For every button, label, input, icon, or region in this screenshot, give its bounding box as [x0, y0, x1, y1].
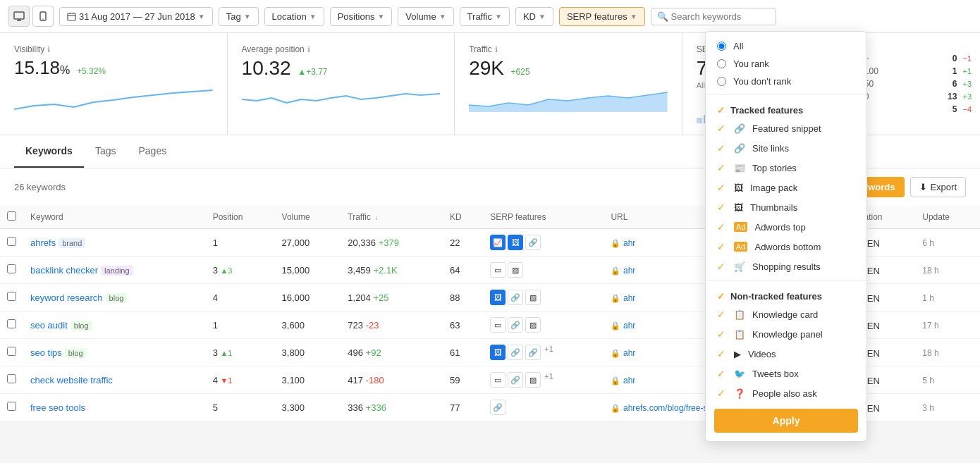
select-all-checkbox[interactable]: [7, 211, 16, 221]
url-text[interactable]: ahr: [623, 238, 635, 248]
check-icon: ✓: [717, 388, 727, 399]
desktop-icon[interactable]: [8, 6, 30, 27]
traffic-filter-button[interactable]: Traffic ▼: [460, 7, 510, 26]
url-text[interactable]: ahr: [623, 293, 635, 303]
traffic-chart: [469, 85, 668, 113]
location-filter-button[interactable]: Location ▼: [264, 7, 324, 26]
item-label: Adwords top: [754, 222, 805, 233]
keyword-name[interactable]: free seo tools: [30, 402, 85, 413]
traffic-value: 29K +625: [469, 57, 668, 80]
dropdown-item-tweets-box[interactable]: ✓ 🐦 Tweets box: [706, 364, 866, 383]
dropdown-item-adwords-bottom[interactable]: ✓ Ad Adwords bottom: [706, 237, 866, 257]
keyword-name[interactable]: ahrefs: [30, 237, 56, 248]
serp-features-filter-button[interactable]: SERP features ▼: [559, 7, 645, 26]
radio-all-input[interactable]: [717, 42, 726, 51]
row-checkbox[interactable]: [7, 237, 16, 246]
serp-icons: ▭ 🔗 ▨: [490, 317, 596, 333]
keyword-name[interactable]: check website traffic: [30, 375, 113, 385]
info-icon: ℹ: [47, 45, 50, 54]
serp-icon[interactable]: 🔗: [508, 290, 523, 305]
row-checkbox[interactable]: [7, 292, 16, 301]
kd-filter-button[interactable]: KD ▼: [515, 7, 553, 26]
row-checkbox[interactable]: [7, 347, 16, 356]
row-checkbox[interactable]: [7, 374, 16, 383]
row-checkbox[interactable]: [7, 319, 16, 328]
keyword-name[interactable]: backlink checker: [30, 265, 98, 276]
serp-icon[interactable]: 🔗: [508, 372, 523, 388]
dropdown-item-shopping[interactable]: ✓ 🛒 Shopping results: [706, 257, 866, 276]
kw-name-cell: seo tipsblog: [23, 339, 206, 366]
export-button[interactable]: ⬇ Export: [910, 177, 966, 197]
tab-tags[interactable]: Tags: [84, 135, 128, 168]
serp-cell: ▭ ▨: [483, 257, 604, 284]
keyword-name[interactable]: keyword research: [30, 292, 103, 303]
row-checkbox[interactable]: [7, 264, 16, 273]
search-input[interactable]: [671, 11, 770, 22]
serp-icon[interactable]: ▭: [490, 262, 506, 278]
traffic-label: Traffic ℹ: [469, 44, 668, 54]
dropdown-item-top-stories[interactable]: ✓ 📰 Top stories: [706, 158, 866, 178]
dropdown-item-videos[interactable]: ✓ ▶ Videos: [706, 344, 866, 364]
radio-you-dont-rank[interactable]: You don't rank: [706, 73, 866, 90]
dropdown-item-people-also-ask[interactable]: ✓ ❓ People also ask: [706, 383, 866, 403]
serp-icon[interactable]: ▨: [525, 372, 541, 388]
serp-icons: ▭ 🔗 ▨ +1: [490, 372, 596, 388]
tag-label: Tag: [226, 11, 241, 22]
radio-you-dont-rank-input[interactable]: [717, 77, 726, 86]
serp-icon[interactable]: 🖼: [490, 290, 506, 305]
serp-cell: ▭ 🔗 ▨: [483, 311, 604, 339]
th-serp-features: SERP features: [483, 206, 604, 229]
serp-icon[interactable]: 🔗: [508, 345, 523, 360]
dropdown-item-featured-snippet[interactable]: ✓ 🔗 Featured snippet: [706, 118, 866, 138]
positions-filter-button[interactable]: Positions ▼: [330, 7, 393, 26]
url-text[interactable]: ahr: [623, 321, 635, 331]
position-cell: 1: [206, 311, 275, 339]
volume-filter-button[interactable]: Volume ▼: [398, 7, 453, 26]
keyword-name[interactable]: seo tips: [30, 347, 62, 358]
th-volume: Volume: [275, 206, 341, 229]
tab-keywords[interactable]: Keywords: [14, 135, 84, 168]
serp-icon[interactable]: ▨: [508, 262, 523, 278]
serp-icon[interactable]: ▭: [490, 317, 506, 333]
dropdown-item-site-links[interactable]: ✓ 🔗 Site links: [706, 138, 866, 158]
keyword-tag: blog: [65, 348, 87, 358]
serp-img-icon[interactable]: 🖼: [508, 235, 523, 250]
dropdown-item-adwords-top[interactable]: ✓ Ad Adwords top: [706, 217, 866, 237]
apply-button[interactable]: Apply: [714, 409, 858, 421]
serp-icon[interactable]: 🔗: [508, 317, 523, 333]
serp-chart-icon[interactable]: 📈: [490, 235, 506, 250]
serp-icon[interactable]: 🔗: [490, 400, 506, 415]
serp-icons: 🖼 🔗 🔗 +1: [490, 345, 596, 360]
url-text[interactable]: ahr: [623, 266, 635, 276]
row-checkbox[interactable]: [7, 402, 16, 411]
tab-pages[interactable]: Pages: [128, 135, 178, 168]
url-text[interactable]: ahr: [623, 348, 635, 358]
radio-you-rank[interactable]: You rank: [706, 55, 866, 73]
radio-you-rank-input[interactable]: [717, 59, 726, 68]
serp-icon[interactable]: ▨: [525, 290, 541, 305]
lock-icon: 🔒: [611, 349, 620, 357]
th-traffic[interactable]: Traffic ↓: [341, 206, 443, 229]
serp-icon[interactable]: 🖼: [490, 345, 506, 360]
knowledge-panel-icon: 📋: [734, 329, 745, 340]
dropdown-item-knowledge-card[interactable]: ✓ 📋 Knowledge card: [706, 304, 866, 324]
radio-all[interactable]: All: [706, 37, 866, 55]
legend-val: 13: [948, 92, 957, 101]
th-update: Update: [915, 206, 980, 229]
serp-icon[interactable]: ▨: [525, 317, 541, 333]
dropdown-item-image-pack[interactable]: ✓ 🖼 Image pack: [706, 178, 866, 197]
mobile-icon[interactable]: [32, 6, 54, 27]
update-time: 5 h: [922, 376, 934, 385]
date-range-button[interactable]: 31 Aug 2017 — 27 Jun 2018 ▼: [59, 7, 213, 26]
volume-label: Volume: [405, 11, 436, 22]
item-label: Knowledge panel: [752, 329, 823, 340]
serp-link-icon[interactable]: 🔗: [525, 235, 541, 250]
keyword-name[interactable]: seo audit: [30, 320, 68, 331]
dropdown-item-thumbnails[interactable]: ✓ 🖼 Thumbnails: [706, 197, 866, 217]
serp-icon[interactable]: ▭: [490, 372, 506, 388]
dropdown-item-knowledge-panel[interactable]: ✓ 📋 Knowledge panel: [706, 324, 866, 344]
tag-filter-button[interactable]: Tag ▼: [219, 7, 259, 26]
url-text[interactable]: ahr: [623, 376, 635, 385]
serp-icon[interactable]: 🔗: [525, 345, 541, 360]
position-cell: 4: [206, 284, 275, 311]
